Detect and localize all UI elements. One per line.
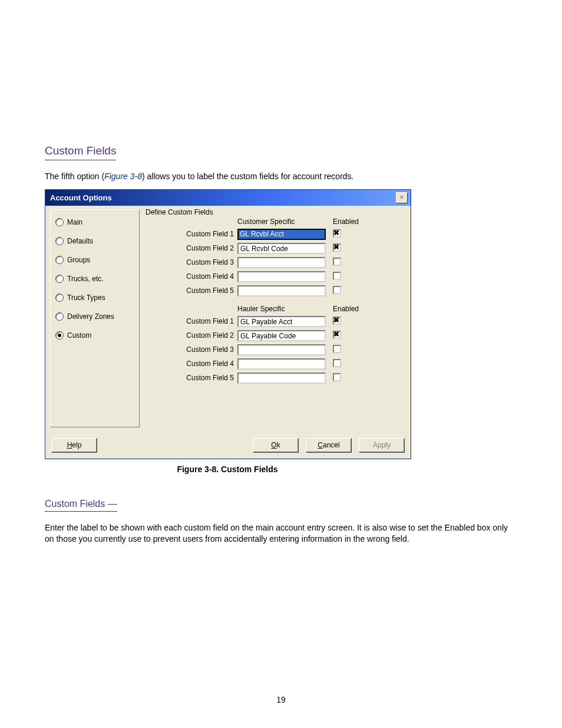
nav-item-custom[interactable]: Custom [55,331,134,340]
figure-ref-inline: Figure 3-8 [104,172,142,181]
apply-button[interactable]: Apply [359,438,405,453]
button-row: Help Ok Cancel Apply [45,433,411,459]
hauler-field-1-input[interactable]: GL Payable Acct [237,316,326,327]
radio-icon [55,237,64,245]
custom-field-5-input[interactable] [237,285,326,297]
nav-label: Groups [67,256,90,264]
row-label: Custom Field 4 [176,360,234,368]
hauler-field-4-input[interactable] [237,358,326,370]
nav-item-truck-types[interactable]: Truck Types [55,294,134,302]
custom-field-1-input[interactable]: GL Rcvbl Acct [237,229,326,240]
enabled-checkbox[interactable] [333,272,341,280]
row-label: Custom Field 2 [176,244,234,252]
content-panel: Define Custom Fields Customer Specific E… [142,209,406,427]
col-header-value: Customer Specific [237,218,327,226]
nav-label: Delivery Zones [67,312,114,321]
enabled-checkbox[interactable] [333,331,341,339]
enabled-checkbox[interactable] [333,286,341,294]
col-header-value: Hauler Specific [237,305,327,313]
intro-paragraph: The fifth option (Figure 3-8) allows you… [45,171,516,182]
nav-panel: Main Defaults Groups Trucks, etc. [50,209,140,427]
radio-icon [55,312,64,321]
row-label: Custom Field 1 [176,230,234,238]
custom-field-4-input[interactable] [237,271,326,282]
intro-pre: The fifth option ( [45,172,104,181]
nav-item-defaults[interactable]: Defaults [55,237,134,245]
row-label: Custom Field 1 [176,317,234,325]
row-label: Custom Field 2 [176,331,234,340]
cancel-button[interactable]: Cancel [306,438,352,453]
nav-item-groups[interactable]: Groups [55,256,134,264]
intro-post: ) allows you to label the custom fields … [142,172,354,181]
nav-item-delivery-zones[interactable]: Delivery Zones [55,312,134,321]
hauler-section: Hauler Specific Enabled Custom Field 1 G… [148,305,400,384]
nav-label: Main [67,218,82,226]
col-header-enabled: Enabled [330,305,372,313]
nav-item-trucks[interactable]: Trucks, etc. [55,275,134,283]
figure-caption: Figure 3-8. Custom Fields [45,464,410,475]
trailing-paragraph: Enter the label to be shown with each cu… [45,522,516,545]
custom-field-3-input[interactable] [237,257,326,268]
enabled-checkbox[interactable] [333,345,341,353]
help-button[interactable]: Help [51,438,97,453]
row-label: Custom Field 5 [176,286,234,295]
hauler-field-2-input[interactable]: GL Payable Code [237,330,326,341]
nav-label: Truck Types [67,294,105,302]
radio-icon [55,218,64,226]
radio-icon [55,331,64,340]
hauler-field-5-input[interactable] [237,373,326,384]
custom-field-2-input[interactable]: GL Rcvbl Code [237,243,326,254]
page-number: 19 [0,695,562,704]
row-label: Custom Field 5 [176,374,234,382]
account-options-dialog: Account Options × Main Defaults Groups [45,189,411,459]
groupbox-label: Define Custom Fields [146,208,214,216]
hauler-field-3-input[interactable] [237,344,326,355]
radio-icon [55,294,64,302]
enabled-checkbox[interactable] [333,243,341,252]
row-label: Custom Field 3 [176,345,234,354]
close-icon[interactable]: × [396,192,408,203]
enabled-checkbox[interactable] [333,359,341,367]
nav-label: Trucks, etc. [67,275,104,283]
row-label: Custom Field 4 [176,272,234,281]
nav-label: Defaults [67,237,93,245]
nav-label: Custom [67,331,91,340]
ok-button[interactable]: Ok [253,438,299,453]
row-label: Custom Field 3 [176,258,234,266]
enabled-checkbox[interactable] [333,373,341,381]
enabled-checkbox[interactable] [333,258,341,266]
enabled-checkbox[interactable] [333,229,341,238]
titlebar: Account Options × [45,190,411,206]
col-header-enabled: Enabled [330,218,372,226]
customer-section: Customer Specific Enabled Custom Field 1… [148,218,400,297]
section-heading: Custom Fields [45,144,116,160]
subsection-heading: Custom Fields — [45,499,117,512]
nav-item-main[interactable]: Main [55,218,134,226]
enabled-checkbox[interactable] [333,317,341,325]
radio-icon [55,256,64,264]
dialog-title: Account Options [50,193,112,202]
radio-icon [55,275,64,283]
